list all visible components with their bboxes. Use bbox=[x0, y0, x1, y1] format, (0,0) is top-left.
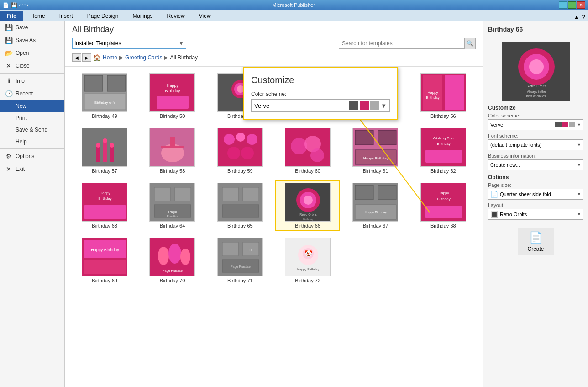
sidebar-item-info[interactable]: ℹ Info bbox=[0, 74, 64, 87]
tab-file[interactable]: File bbox=[0, 11, 23, 21]
svg-rect-2 bbox=[84, 75, 103, 91]
customize-popup: Customize Color scheme: Verve ▼ bbox=[243, 67, 398, 120]
template-thumb-65 bbox=[217, 183, 263, 222]
sidebar-item-save-send[interactable]: Save & Send bbox=[0, 124, 64, 136]
tab-mailings[interactable]: Mailings bbox=[126, 11, 159, 21]
right-pagesize-select[interactable]: 📄 Quarter-sheet side fold ▼ bbox=[488, 189, 583, 200]
right-layout-label: Layout: bbox=[488, 202, 583, 208]
search-input[interactable] bbox=[339, 38, 464, 48]
right-color-swatches bbox=[555, 122, 575, 127]
right-bizinfo-label: Business information: bbox=[488, 153, 583, 159]
template-item-64[interactable]: Page Practice Birthday 64 bbox=[140, 180, 205, 231]
right-bizinfo-select[interactable]: Create new... ▼ bbox=[488, 159, 583, 170]
maximize-button[interactable]: □ bbox=[568, 1, 576, 9]
template-item-57[interactable]: Birthday 57 bbox=[72, 125, 137, 176]
template-item-65[interactable]: Birthday 65 bbox=[208, 180, 273, 231]
breadcrumb-home-icon[interactable]: 🏠 bbox=[93, 54, 101, 61]
template-thumb-70: Page Practice bbox=[149, 238, 195, 276]
search-button[interactable]: 🔍 bbox=[464, 38, 475, 49]
svg-point-41 bbox=[241, 147, 254, 159]
template-label-63: Birthday 63 bbox=[92, 223, 117, 228]
template-item-59[interactable]: Birthday 59 bbox=[208, 125, 273, 176]
svg-rect-34 bbox=[161, 146, 184, 148]
template-item-61[interactable]: Happy Birthday Birthday 61 bbox=[343, 125, 408, 176]
template-item-69[interactable]: Happy Birthday Birthday 69 bbox=[72, 235, 137, 286]
tab-page-design[interactable]: Page Design bbox=[80, 11, 126, 21]
sidebar-item-new[interactable]: New bbox=[0, 100, 64, 112]
right-layout-select[interactable]: 🔳 Retro Orbits ▼ bbox=[488, 209, 583, 220]
right-color-select[interactable]: Verve ▼ bbox=[488, 119, 583, 130]
swatch-pink bbox=[360, 101, 369, 110]
svg-text:Happy Birthday: Happy Birthday bbox=[363, 156, 388, 160]
thumb-svg-63: Happy Birthday bbox=[82, 183, 127, 222]
tab-home[interactable]: Home bbox=[24, 11, 52, 21]
template-item-67[interactable]: Happy Birthday Birthday 67 bbox=[343, 180, 408, 231]
tab-view[interactable]: View bbox=[192, 11, 218, 21]
svg-text:Always in the: Always in the bbox=[527, 90, 546, 94]
title-bar: 📄 💾 ↩ ↪ Microsoft Publisher ─ □ ✕ bbox=[0, 0, 588, 10]
sidebar-info-label: Info bbox=[16, 78, 25, 84]
svg-text:Happy Birthday: Happy Birthday bbox=[297, 268, 319, 271]
template-source-select[interactable]: Installed Templates ▼ bbox=[72, 38, 186, 49]
template-thumb-64: Page Practice bbox=[149, 183, 195, 222]
svg-rect-3 bbox=[107, 75, 126, 91]
svg-point-29 bbox=[96, 143, 100, 148]
thumb-svg-68: Happy Birthday bbox=[421, 183, 466, 222]
thumb-svg-57 bbox=[82, 128, 127, 167]
ribbon-help[interactable]: ▲ bbox=[573, 13, 580, 21]
breadcrumb-home-link[interactable]: Home bbox=[103, 54, 117, 61]
right-bizinfo-value: Create new... bbox=[490, 162, 577, 168]
template-label-64: Birthday 64 bbox=[160, 223, 185, 228]
template-item-58[interactable]: Birthday 58 bbox=[140, 125, 205, 176]
toolbar-row: Installed Templates ▼ 🔍 bbox=[72, 38, 476, 49]
template-item-70[interactable]: Page Practice Birthday 70 bbox=[140, 235, 205, 286]
svg-point-30 bbox=[103, 138, 107, 143]
create-button[interactable]: 📄 Create bbox=[518, 228, 554, 255]
template-item-62[interactable]: Wishing Dear Birthday Birthday 62 bbox=[411, 125, 476, 176]
template-item-71[interactable]: B Page Practice Birthday 71 bbox=[208, 235, 273, 286]
template-item-56[interactable]: Happy Birthday Birthday 56 bbox=[411, 70, 476, 122]
svg-rect-76 bbox=[355, 185, 373, 200]
sidebar-item-options[interactable]: ⚙ Options bbox=[0, 150, 64, 163]
ribbon-expand[interactable]: ? bbox=[582, 13, 585, 21]
minimize-button[interactable]: ─ bbox=[559, 1, 567, 9]
tab-review[interactable]: Review bbox=[160, 11, 191, 21]
popup-color-label: Color scheme: bbox=[251, 91, 390, 97]
breadcrumb-back-button[interactable]: ◀ bbox=[72, 53, 81, 62]
svg-rect-77 bbox=[378, 185, 396, 200]
template-label-58: Birthday 58 bbox=[160, 168, 185, 174]
close-button[interactable]: ✕ bbox=[577, 1, 585, 9]
sidebar-item-print[interactable]: Print bbox=[0, 112, 64, 124]
svg-rect-60 bbox=[154, 187, 170, 201]
sidebar-savesend-label: Save & Send bbox=[16, 127, 47, 133]
breadcrumb-greeting-cards[interactable]: Greeting Cards bbox=[125, 54, 162, 61]
svg-text:Birthday: Birthday bbox=[98, 196, 111, 201]
template-label-60: Birthday 60 bbox=[295, 168, 320, 174]
template-thumb-63: Happy Birthday bbox=[82, 183, 127, 222]
sidebar-item-saveas[interactable]: 💾 Save As bbox=[0, 34, 64, 47]
right-font-select[interactable]: (default template fonts) ▼ bbox=[488, 139, 583, 150]
template-item-49[interactable]: Birthday wife Birthday 49 bbox=[72, 70, 137, 122]
svg-text:Happy: Happy bbox=[100, 191, 110, 195]
template-item-63[interactable]: Happy Birthday Birthday 63 bbox=[72, 180, 137, 231]
template-item-50[interactable]: Happy Birthday Birthday 50 bbox=[140, 70, 205, 122]
template-item-72[interactable]: 🤡 Happy Birthday Birthday 72 bbox=[275, 235, 340, 286]
template-item-66[interactable]: Retro Orbits Birthday Birthday 66 bbox=[275, 180, 340, 231]
template-item-60[interactable]: Birthday 60 bbox=[275, 125, 340, 176]
tab-insert[interactable]: Insert bbox=[52, 11, 80, 21]
sidebar-item-help[interactable]: Help bbox=[0, 136, 64, 148]
panel-title: Birthday 66 bbox=[488, 26, 583, 36]
template-thumb-57 bbox=[82, 128, 127, 167]
template-item-68[interactable]: Happy Birthday Birthday 68 bbox=[411, 180, 476, 231]
sidebar-item-close[interactable]: ✕ Close bbox=[0, 59, 64, 72]
breadcrumb: ◀ ▶ 🏠 Home ▶ Greeting Cards ▶ All Birthd… bbox=[72, 52, 476, 64]
right-panel: Birthday 66 Retro Orbits Always in the b… bbox=[483, 21, 588, 387]
sidebar-item-recent[interactable]: 🕐 Recent bbox=[0, 87, 64, 100]
breadcrumb-forward-button[interactable]: ▶ bbox=[82, 53, 91, 62]
sidebar-item-exit[interactable]: ✕ Exit bbox=[0, 163, 64, 175]
sidebar-item-open[interactable]: 📂 Open bbox=[0, 47, 64, 59]
popup-color-select[interactable]: Verve ▼ bbox=[251, 99, 390, 112]
svg-point-31 bbox=[110, 143, 114, 148]
sidebar-item-save[interactable]: 💾 Save bbox=[0, 21, 64, 34]
right-layout-arrow-icon: ▼ bbox=[577, 212, 581, 217]
